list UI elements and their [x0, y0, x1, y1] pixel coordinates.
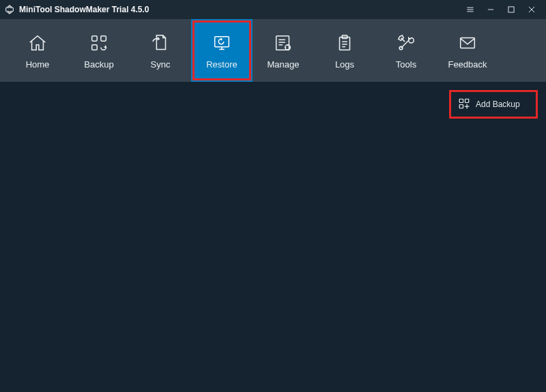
- add-backup-label: Add Backup: [476, 100, 520, 109]
- nav-label: Restore: [206, 59, 238, 70]
- nav-manage[interactable]: Manage: [253, 19, 314, 82]
- nav-sync[interactable]: Sync: [130, 19, 191, 82]
- tools-icon: [395, 32, 417, 54]
- menu-button[interactable]: [460, 0, 480, 19]
- maximize-button[interactable]: [501, 0, 521, 19]
- nav-label: Sync: [151, 59, 171, 70]
- nav-label: Logs: [335, 59, 354, 70]
- svg-rect-4: [508, 7, 514, 12]
- restore-icon: [211, 32, 233, 54]
- nav-backup[interactable]: Backup: [68, 19, 130, 82]
- svg-rect-7: [92, 35, 98, 41]
- svg-rect-30: [465, 99, 469, 102]
- backup-icon: [88, 32, 110, 54]
- feedback-icon: [457, 32, 478, 54]
- app-logo-icon: [4, 4, 15, 15]
- close-button[interactable]: [521, 0, 542, 19]
- svg-rect-13: [276, 35, 289, 50]
- add-backup-button[interactable]: Add Backup: [450, 91, 536, 117]
- nav-label: Home: [26, 59, 50, 70]
- logs-icon: [334, 32, 356, 54]
- hamburger-icon: [465, 5, 475, 14]
- nav-feedback[interactable]: Feedback: [437, 19, 498, 82]
- svg-rect-22: [340, 37, 350, 50]
- svg-rect-29: [459, 99, 463, 102]
- svg-rect-31: [459, 104, 463, 108]
- manage-icon: [272, 32, 294, 54]
- nav-label: Backup: [84, 59, 113, 70]
- close-icon: [527, 5, 536, 14]
- svg-rect-28: [461, 37, 475, 48]
- nav-label: Tools: [396, 59, 416, 70]
- svg-rect-9: [92, 44, 98, 50]
- svg-rect-10: [215, 36, 229, 46]
- svg-rect-8: [101, 35, 106, 41]
- nav-tools[interactable]: Tools: [375, 19, 437, 82]
- content-area: Add Backup: [0, 82, 546, 392]
- maximize-icon: [506, 5, 516, 14]
- minimize-icon: [486, 5, 495, 14]
- nav-restore[interactable]: Restore: [191, 19, 253, 82]
- home-icon: [27, 32, 48, 54]
- sync-icon: [149, 32, 171, 54]
- nav-home[interactable]: Home: [7, 19, 68, 82]
- app-title: MiniTool ShadowMaker Trial 4.5.0: [19, 5, 149, 14]
- nav-logs[interactable]: Logs: [314, 19, 375, 82]
- nav-label: Manage: [268, 59, 300, 70]
- title-bar: MiniTool ShadowMaker Trial 4.5.0: [0, 0, 546, 19]
- main-navbar: Home Backup Sync: [0, 19, 546, 82]
- minimize-button[interactable]: [480, 0, 501, 19]
- nav-label: Feedback: [448, 59, 487, 70]
- add-backup-icon: [458, 97, 470, 112]
